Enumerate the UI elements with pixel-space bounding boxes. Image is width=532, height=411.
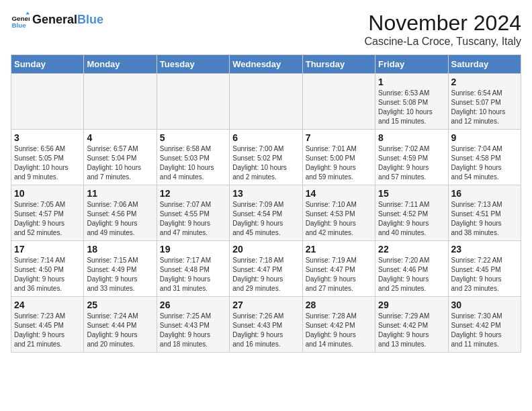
day-info: Sunrise: 7:18 AM Sunset: 4:47 PM Dayligh… [232, 256, 299, 293]
day-info: Sunrise: 7:30 AM Sunset: 4:42 PM Dayligh… [451, 312, 518, 349]
calendar-cell-3-2: 19Sunrise: 7:17 AM Sunset: 4:48 PM Dayli… [157, 241, 229, 297]
calendar-cell-2-3: 13Sunrise: 7:09 AM Sunset: 4:54 PM Dayli… [230, 185, 302, 241]
day-number: 6 [232, 132, 299, 143]
calendar-cell-3-0: 17Sunrise: 7:14 AM Sunset: 4:50 PM Dayli… [11, 241, 84, 297]
week-row-1: 1Sunrise: 6:53 AM Sunset: 5:08 PM Daylig… [11, 74, 521, 130]
day-number: 29 [378, 300, 445, 310]
calendar-cell-1-4: 7Sunrise: 7:01 AM Sunset: 5:00 PM Daylig… [302, 130, 375, 185]
calendar-cell-1-6: 9Sunrise: 7:04 AM Sunset: 4:58 PM Daylig… [448, 130, 521, 185]
day-number: 14 [306, 188, 372, 199]
day-info: Sunrise: 7:22 AM Sunset: 4:45 PM Dayligh… [451, 256, 518, 293]
calendar-cell-0-4 [302, 74, 375, 130]
calendar-cell-4-1: 25Sunrise: 7:24 AM Sunset: 4:44 PM Dayli… [84, 297, 157, 353]
day-info: Sunrise: 7:00 AM Sunset: 5:02 PM Dayligh… [232, 144, 299, 182]
day-number: 23 [451, 244, 518, 255]
svg-marker-2 [26, 11, 30, 14]
calendar-cell-4-3: 27Sunrise: 7:26 AM Sunset: 4:43 PM Dayli… [230, 297, 302, 353]
day-info: Sunrise: 7:14 AM Sunset: 4:50 PM Dayligh… [14, 256, 81, 293]
day-info: Sunrise: 7:01 AM Sunset: 5:00 PM Dayligh… [306, 144, 372, 182]
day-info: Sunrise: 7:17 AM Sunset: 4:48 PM Dayligh… [160, 256, 226, 293]
week-row-5: 24Sunrise: 7:23 AM Sunset: 4:45 PM Dayli… [11, 297, 521, 353]
day-info: Sunrise: 7:19 AM Sunset: 4:47 PM Dayligh… [306, 256, 372, 293]
header-wednesday: Wednesday [230, 55, 302, 74]
header-thursday: Thursday [302, 55, 375, 74]
day-info: Sunrise: 7:10 AM Sunset: 4:53 PM Dayligh… [306, 200, 372, 238]
day-number: 1 [378, 77, 445, 87]
calendar-cell-2-6: 16Sunrise: 7:13 AM Sunset: 4:51 PM Dayli… [448, 185, 521, 241]
day-info: Sunrise: 7:07 AM Sunset: 4:55 PM Dayligh… [160, 200, 226, 238]
day-info: Sunrise: 7:20 AM Sunset: 4:46 PM Dayligh… [378, 256, 445, 293]
day-info: Sunrise: 7:05 AM Sunset: 4:57 PM Dayligh… [14, 200, 81, 238]
day-number: 2 [451, 77, 518, 87]
day-number: 24 [14, 300, 81, 310]
calendar-cell-3-5: 22Sunrise: 7:20 AM Sunset: 4:46 PM Dayli… [375, 241, 448, 297]
calendar-cell-2-5: 15Sunrise: 7:11 AM Sunset: 4:52 PM Dayli… [375, 185, 448, 241]
day-info: Sunrise: 7:11 AM Sunset: 4:52 PM Dayligh… [378, 200, 445, 238]
day-info: Sunrise: 6:54 AM Sunset: 5:07 PM Dayligh… [451, 89, 518, 126]
header-friday: Friday [375, 55, 448, 74]
calendar-cell-1-1: 4Sunrise: 6:57 AM Sunset: 5:04 PM Daylig… [84, 130, 157, 185]
day-info: Sunrise: 7:23 AM Sunset: 4:45 PM Dayligh… [14, 312, 81, 349]
svg-text:Blue: Blue [11, 21, 26, 29]
day-info: Sunrise: 7:28 AM Sunset: 4:42 PM Dayligh… [306, 312, 372, 349]
calendar-cell-2-1: 11Sunrise: 7:06 AM Sunset: 4:56 PM Dayli… [84, 185, 157, 241]
day-number: 25 [87, 300, 153, 310]
day-number: 21 [306, 244, 372, 255]
day-number: 10 [14, 188, 81, 199]
calendar-cell-0-6: 2Sunrise: 6:54 AM Sunset: 5:07 PM Daylig… [448, 74, 521, 130]
day-number: 12 [160, 188, 226, 199]
day-number: 30 [451, 300, 518, 310]
app-logo: General Blue GeneralBlue [11, 11, 103, 30]
calendar-cell-1-5: 8Sunrise: 7:02 AM Sunset: 4:59 PM Daylig… [375, 130, 448, 185]
calendar-cell-0-1 [84, 74, 157, 130]
day-info: Sunrise: 6:57 AM Sunset: 5:04 PM Dayligh… [87, 144, 153, 182]
calendar-cell-0-3 [230, 74, 302, 130]
calendar-cell-1-2: 5Sunrise: 6:58 AM Sunset: 5:03 PM Daylig… [157, 130, 229, 185]
header-sunday: Sunday [11, 55, 84, 74]
day-number: 15 [378, 188, 445, 199]
day-info: Sunrise: 7:09 AM Sunset: 4:54 PM Dayligh… [232, 200, 299, 238]
weekday-header-row: Sunday Monday Tuesday Wednesday Thursday… [11, 55, 521, 74]
calendar-cell-4-2: 26Sunrise: 7:25 AM Sunset: 4:43 PM Dayli… [157, 297, 229, 353]
header-monday: Monday [84, 55, 157, 74]
calendar-cell-1-0: 3Sunrise: 6:56 AM Sunset: 5:05 PM Daylig… [11, 130, 84, 185]
day-number: 8 [378, 132, 445, 143]
day-number: 9 [451, 132, 518, 143]
day-number: 7 [306, 132, 372, 143]
calendar-cell-3-3: 20Sunrise: 7:18 AM Sunset: 4:47 PM Dayli… [230, 241, 302, 297]
day-number: 3 [14, 132, 81, 143]
day-info: Sunrise: 6:56 AM Sunset: 5:05 PM Dayligh… [14, 144, 81, 182]
calendar-cell-1-3: 6Sunrise: 7:00 AM Sunset: 5:02 PM Daylig… [230, 130, 302, 185]
day-number: 13 [232, 188, 299, 199]
day-info: Sunrise: 7:26 AM Sunset: 4:43 PM Dayligh… [232, 312, 299, 349]
logo-name: GeneralBlue [32, 13, 103, 27]
day-number: 19 [160, 244, 226, 255]
calendar-cell-4-4: 28Sunrise: 7:28 AM Sunset: 4:42 PM Dayli… [302, 297, 375, 353]
week-row-4: 17Sunrise: 7:14 AM Sunset: 4:50 PM Dayli… [11, 241, 521, 297]
day-number: 5 [160, 132, 226, 143]
calendar-cell-3-1: 18Sunrise: 7:15 AM Sunset: 4:49 PM Dayli… [84, 241, 157, 297]
week-row-3: 10Sunrise: 7:05 AM Sunset: 4:57 PM Dayli… [11, 185, 521, 241]
header-saturday: Saturday [448, 55, 521, 74]
day-number: 16 [451, 188, 518, 199]
calendar-cell-3-6: 23Sunrise: 7:22 AM Sunset: 4:45 PM Dayli… [448, 241, 521, 297]
day-info: Sunrise: 6:53 AM Sunset: 5:08 PM Dayligh… [378, 89, 445, 126]
day-info: Sunrise: 6:58 AM Sunset: 5:03 PM Dayligh… [160, 144, 226, 182]
day-number: 22 [378, 244, 445, 255]
day-info: Sunrise: 7:29 AM Sunset: 4:42 PM Dayligh… [378, 312, 445, 349]
day-number: 11 [87, 188, 153, 199]
day-info: Sunrise: 7:24 AM Sunset: 4:44 PM Dayligh… [87, 312, 153, 349]
day-number: 17 [14, 244, 81, 255]
calendar-cell-2-2: 12Sunrise: 7:07 AM Sunset: 4:55 PM Dayli… [157, 185, 229, 241]
day-info: Sunrise: 7:06 AM Sunset: 4:56 PM Dayligh… [87, 200, 153, 238]
calendar-cell-0-5: 1Sunrise: 6:53 AM Sunset: 5:08 PM Daylig… [375, 74, 448, 130]
calendar-cell-4-5: 29Sunrise: 7:29 AM Sunset: 4:42 PM Dayli… [375, 297, 448, 353]
calendar-cell-2-0: 10Sunrise: 7:05 AM Sunset: 4:57 PM Dayli… [11, 185, 84, 241]
day-number: 20 [232, 244, 299, 255]
calendar-month-title: November 2024 [364, 11, 521, 36]
calendar-location: Cascine-La Croce, Tuscany, Italy [364, 36, 521, 48]
calendar-cell-4-0: 24Sunrise: 7:23 AM Sunset: 4:45 PM Dayli… [11, 297, 84, 353]
header-tuesday: Tuesday [157, 55, 229, 74]
day-number: 27 [232, 300, 299, 310]
day-info: Sunrise: 7:13 AM Sunset: 4:51 PM Dayligh… [451, 200, 518, 238]
